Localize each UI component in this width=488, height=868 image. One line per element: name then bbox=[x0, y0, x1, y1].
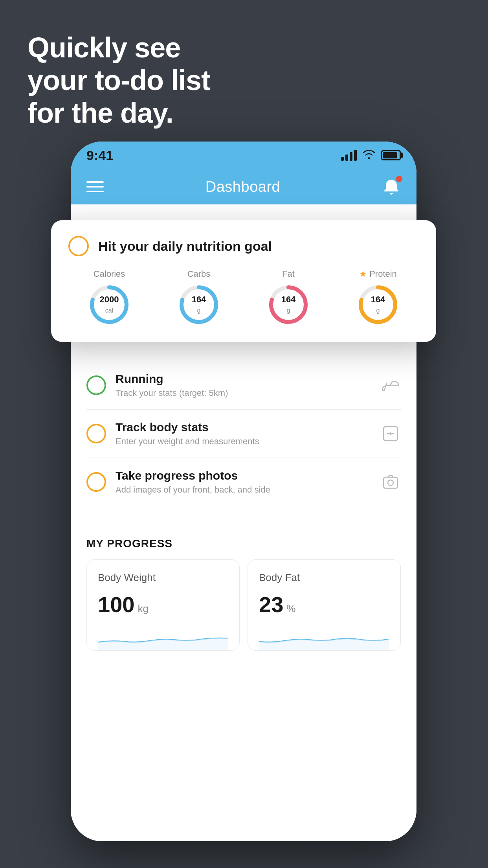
header-bar: Dashboard bbox=[71, 169, 416, 204]
nutrition-row: Calories 2000 cal Carbs bbox=[68, 269, 419, 326]
hero-text: Quickly see your to-do list for the day. bbox=[28, 31, 210, 129]
nutrition-protein: ★ Protein 164 g bbox=[337, 269, 419, 326]
todo-item-running[interactable]: Running Track your stats (target: 5km) bbox=[86, 361, 401, 409]
carbs-value: 164 g bbox=[192, 294, 206, 315]
notification-bell-button[interactable] bbox=[382, 177, 401, 196]
star-icon: ★ bbox=[359, 269, 367, 279]
status-bar: 9:41 bbox=[71, 142, 416, 169]
todo-check-running[interactable] bbox=[86, 375, 106, 395]
calories-label: Calories bbox=[94, 269, 125, 279]
svg-rect-3 bbox=[383, 477, 398, 488]
hero-line-3: for the day. bbox=[28, 97, 210, 129]
protein-label: ★ Protein bbox=[359, 269, 397, 279]
svg-point-4 bbox=[388, 480, 393, 485]
battery-icon bbox=[381, 150, 401, 160]
nutrition-card: Hit your daily nutrition goal Calories 2… bbox=[51, 220, 436, 342]
shoe-icon bbox=[380, 375, 401, 395]
body-weight-unit: kg bbox=[138, 603, 148, 615]
scale-icon bbox=[380, 423, 401, 444]
progress-title: MY PROGRESS bbox=[86, 537, 401, 550]
hero-line-2: your to-do list bbox=[28, 64, 210, 97]
hamburger-menu[interactable] bbox=[86, 181, 104, 192]
todo-content-running: Running Track your stats (target: 5km) bbox=[116, 372, 371, 398]
calories-donut: 2000 cal bbox=[88, 283, 131, 326]
body-weight-value: 100 bbox=[98, 592, 134, 617]
nutrition-carbs: Carbs 164 g bbox=[158, 269, 240, 326]
header-title: Dashboard bbox=[205, 178, 280, 195]
todo-title-photos: Take progress photos bbox=[116, 469, 371, 482]
svg-point-2 bbox=[389, 432, 392, 435]
calories-value: 2000 cal bbox=[100, 294, 119, 315]
todo-subtitle-running: Track your stats (target: 5km) bbox=[116, 388, 371, 398]
todo-content-photos: Take progress photos Add images of your … bbox=[116, 469, 371, 495]
hero-line-1: Quickly see bbox=[28, 31, 210, 64]
carbs-label: Carbs bbox=[187, 269, 211, 279]
notification-dot bbox=[396, 176, 402, 182]
app-background: Quickly see your to-do list for the day.… bbox=[0, 0, 488, 868]
card-title-row: Hit your daily nutrition goal bbox=[68, 236, 419, 256]
status-time: 9:41 bbox=[86, 148, 113, 163]
progress-cards: Body Weight 100 kg bbox=[86, 559, 401, 651]
body-fat-value: 23 bbox=[259, 592, 283, 617]
protein-value: 164 g bbox=[371, 294, 385, 315]
nutrition-check-circle[interactable] bbox=[68, 236, 89, 256]
todo-subtitle-body-stats: Enter your weight and measurements bbox=[116, 436, 371, 447]
todo-check-body-stats[interactable] bbox=[86, 424, 106, 443]
todo-content-body-stats: Track body stats Enter your weight and m… bbox=[116, 421, 371, 447]
body-fat-chart bbox=[259, 627, 389, 650]
protein-donut: 164 g bbox=[356, 283, 400, 326]
todo-check-photos[interactable] bbox=[86, 472, 106, 492]
body-fat-value-row: 23 % bbox=[259, 592, 389, 617]
body-weight-value-row: 100 kg bbox=[98, 592, 228, 617]
body-fat-unit: % bbox=[286, 603, 295, 615]
nutrition-calories: Calories 2000 cal bbox=[68, 269, 150, 326]
todo-list: Running Track your stats (target: 5km) bbox=[71, 361, 416, 506]
carbs-donut: 164 g bbox=[177, 283, 220, 326]
body-weight-label: Body Weight bbox=[98, 572, 228, 584]
todo-item-body-stats[interactable]: Track body stats Enter your weight and m… bbox=[86, 409, 401, 458]
body-weight-card[interactable]: Body Weight 100 kg bbox=[86, 559, 240, 651]
todo-item-photos[interactable]: Take progress photos Add images of your … bbox=[86, 458, 401, 506]
body-weight-chart bbox=[98, 627, 228, 650]
nutrition-card-title: Hit your daily nutrition goal bbox=[98, 239, 272, 254]
fat-label: Fat bbox=[282, 269, 295, 279]
wifi-icon bbox=[362, 149, 376, 162]
photo-icon bbox=[380, 472, 401, 492]
signal-icon bbox=[341, 150, 357, 161]
todo-subtitle-photos: Add images of your front, back, and side bbox=[116, 485, 371, 495]
body-fat-card[interactable]: Body Fat 23 % bbox=[248, 559, 401, 651]
status-icons bbox=[341, 149, 401, 162]
fat-donut: 164 g bbox=[267, 283, 310, 326]
progress-section: MY PROGRESS Body Weight 100 kg bbox=[71, 522, 416, 666]
todo-title-running: Running bbox=[116, 372, 371, 386]
body-fat-label: Body Fat bbox=[259, 572, 389, 584]
todo-title-body-stats: Track body stats bbox=[116, 421, 371, 434]
fat-value: 164 g bbox=[281, 294, 296, 315]
nutrition-fat: Fat 164 g bbox=[248, 269, 329, 326]
